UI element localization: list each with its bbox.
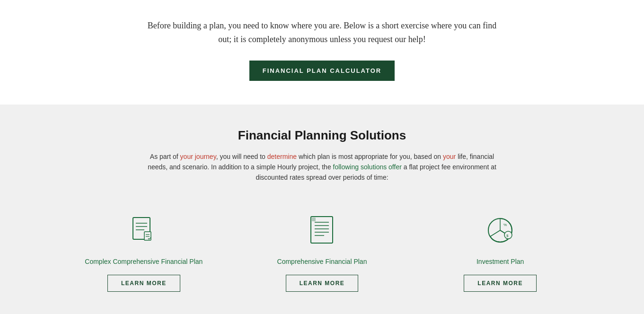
- solutions-description: As part of your journey, you will need t…: [142, 151, 502, 183]
- document-edit-icon: [125, 211, 163, 249]
- card-complex-comprehensive: Complex Comprehensive Financial Plan LEA…: [62, 202, 226, 301]
- svg-text:%: %: [503, 223, 507, 227]
- learn-more-investment-btn[interactable]: LEARN MORE: [464, 275, 537, 292]
- top-section: Before building a plan, you need to know…: [0, 0, 644, 105]
- card-investment-label: Investment Plan: [476, 258, 524, 265]
- svg-rect-13: [312, 218, 316, 221]
- pie-chart-icon: % $: [481, 211, 519, 249]
- svg-rect-4: [144, 232, 151, 240]
- card-comprehensive: Comprehensive Financial Plan LEARN MORE: [240, 202, 404, 301]
- card-complex-comprehensive-label: Complex Comprehensive Financial Plan: [85, 258, 203, 265]
- document-list-icon: [303, 211, 341, 249]
- cards-grid: Complex Comprehensive Financial Plan LEA…: [62, 202, 582, 314]
- calculator-button[interactable]: FINANCIAL PLAN CALCULATOR: [249, 61, 395, 81]
- solutions-section: Financial Planning Solutions As part of …: [0, 105, 644, 314]
- solutions-title: Financial Planning Solutions: [19, 128, 625, 143]
- card-comprehensive-label: Comprehensive Financial Plan: [277, 258, 367, 265]
- card-investment: % $ Investment Plan LEARN MORE: [418, 202, 582, 301]
- learn-more-comprehensive-btn[interactable]: LEARN MORE: [286, 275, 359, 292]
- intro-text: Before building a plan, you need to know…: [142, 19, 502, 46]
- learn-more-complex-btn[interactable]: LEARN MORE: [107, 275, 180, 292]
- svg-text:$: $: [506, 234, 509, 238]
